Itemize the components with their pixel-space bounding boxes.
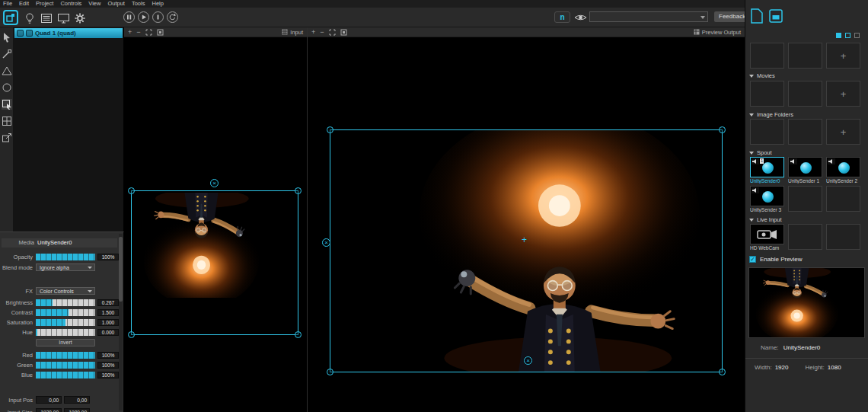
play-button[interactable] <box>138 11 149 23</box>
quad-handle-bottom-right[interactable] <box>295 331 302 338</box>
triangle-tool-icon[interactable] <box>2 65 12 76</box>
fx-dropdown[interactable]: Color Controls <box>36 287 95 295</box>
quad-close-handle-icon[interactable]: × <box>210 179 219 187</box>
add-movie-button[interactable]: + <box>826 81 860 107</box>
brightness-value[interactable]: 0.267 <box>97 299 119 306</box>
media-slot[interactable] <box>750 43 784 69</box>
layer-item-quad1[interactable]: Quad 1 (quad) <box>14 28 123 38</box>
spout-item-unitysender0[interactable]: 1 UnitySender0 <box>750 157 784 184</box>
layer-list-icon[interactable] <box>40 13 53 24</box>
media-slot[interactable] <box>750 81 784 107</box>
media-slot[interactable] <box>788 224 822 250</box>
quad-edge-handle-icon[interactable]: × <box>524 356 532 365</box>
section-live-input[interactable]: Live Input <box>745 216 868 223</box>
library-tab-icon[interactable] <box>769 9 783 26</box>
media-slot[interactable] <box>826 224 860 250</box>
saturation-slider[interactable] <box>36 319 95 326</box>
contrast-value[interactable]: 1.500 <box>97 309 119 316</box>
blue-slider[interactable] <box>36 372 95 378</box>
media-slot[interactable] <box>750 119 784 145</box>
section-spout[interactable]: Spout <box>745 149 868 156</box>
output-quad[interactable]: × × + <box>330 129 723 372</box>
gear-icon[interactable] <box>74 12 86 24</box>
media-slot[interactable] <box>788 119 822 145</box>
eye-icon[interactable] <box>574 13 587 22</box>
detail-view-toggle[interactable] <box>854 33 860 38</box>
quad-handle-top-right[interactable] <box>719 126 726 133</box>
pause-button[interactable] <box>123 11 135 23</box>
menu-file[interactable]: File <box>3 0 19 8</box>
layer-lock-icon[interactable] <box>26 30 33 37</box>
quad-handle-top-left[interactable] <box>327 126 333 133</box>
media-tab-icon[interactable] <box>751 8 763 27</box>
input-size-y-field[interactable]: 1080,00 <box>64 408 90 412</box>
ndi-button[interactable]: n <box>554 11 570 23</box>
enable-preview-checkbox[interactable]: ✓ <box>749 256 756 263</box>
zoom-in-button[interactable]: + <box>128 27 132 37</box>
zoom-out-button[interactable]: − <box>320 27 324 37</box>
output-canvas[interactable]: × × + <box>308 37 745 412</box>
layer-visibility-icon[interactable] <box>17 30 24 37</box>
pen-tool-icon[interactable] <box>2 49 12 59</box>
quad-center-crosshair-icon[interactable]: + <box>522 235 527 244</box>
quad-handle-bottom-left[interactable] <box>128 331 135 338</box>
saturation-value[interactable]: 1.000 <box>97 319 119 326</box>
add-image-folder-button[interactable]: + <box>826 119 860 145</box>
blue-value[interactable]: 100% <box>97 372 119 378</box>
properties-scrollbar[interactable] <box>119 234 123 410</box>
menu-project[interactable]: Project <box>36 0 60 8</box>
zoom-in-button[interactable]: + <box>311 27 315 37</box>
preset-dropdown[interactable] <box>589 11 708 22</box>
red-slider[interactable] <box>36 352 95 359</box>
scrollbar-thumb[interactable] <box>119 237 123 302</box>
brightness-slider[interactable] <box>36 299 95 306</box>
spout-item-unitysender1[interactable]: UnitySender 1 <box>788 157 822 184</box>
lamp-icon[interactable] <box>24 12 36 24</box>
green-value[interactable]: 100% <box>97 362 119 369</box>
zoom-out-button[interactable]: − <box>136 27 140 37</box>
menu-help[interactable]: Help <box>152 0 170 8</box>
contrast-slider[interactable] <box>36 309 95 316</box>
stop-button[interactable] <box>152 11 164 23</box>
export-tool-icon[interactable] <box>2 133 12 143</box>
red-value[interactable]: 100% <box>97 352 119 359</box>
media-slot[interactable] <box>826 186 860 212</box>
circle-tool-icon[interactable] <box>2 82 12 93</box>
quad-handle-top-right[interactable] <box>295 187 302 194</box>
menu-view[interactable]: View <box>88 0 107 8</box>
quad-handle-bottom-right[interactable] <box>719 369 726 375</box>
section-image-folders[interactable]: Image Folders <box>745 111 868 118</box>
mesh-tool-icon[interactable] <box>2 116 12 126</box>
spout-item-unitysender2[interactable]: UnitySender 2 <box>826 157 860 184</box>
quad-handle-top-left[interactable] <box>128 187 135 194</box>
input-canvas[interactable]: × <box>124 37 307 412</box>
quad-handle-bottom-left[interactable] <box>327 369 333 375</box>
list-view-toggle[interactable] <box>845 33 850 38</box>
quad-tool-icon[interactable] <box>2 99 12 110</box>
opacity-slider[interactable] <box>36 254 95 260</box>
input-selection-quad[interactable]: × <box>131 190 298 335</box>
live-input-webcam[interactable]: HD WebCam <box>750 224 784 251</box>
hue-value[interactable]: 0.000 <box>97 329 119 336</box>
menu-controls[interactable]: Controls <box>60 0 88 8</box>
hue-slider[interactable] <box>36 329 95 336</box>
input-pos-y-field[interactable]: 0,00 <box>64 396 90 404</box>
add-media-button[interactable]: + <box>826 43 860 69</box>
menu-tools[interactable]: Tools <box>132 0 152 8</box>
input-pos-x-field[interactable]: 0,00 <box>36 396 62 404</box>
green-slider[interactable] <box>36 362 95 369</box>
quad-edge-handle-icon[interactable]: × <box>322 238 330 247</box>
menu-edit[interactable]: Edit <box>19 0 36 8</box>
display-icon[interactable] <box>57 13 69 24</box>
loop-button[interactable] <box>167 11 178 23</box>
select-tool-icon[interactable] <box>2 32 12 43</box>
grid-view-toggle[interactable] <box>836 33 841 38</box>
opacity-value[interactable]: 100% <box>97 254 119 260</box>
input-size-x-field[interactable]: 1920,00 <box>36 408 62 412</box>
menu-output[interactable]: Output <box>107 0 132 8</box>
section-movies[interactable]: Movies <box>745 72 868 79</box>
media-slot[interactable] <box>788 186 822 212</box>
media-slot[interactable] <box>788 81 822 107</box>
media-slot[interactable] <box>788 43 822 69</box>
blend-mode-dropdown[interactable]: Ignore alpha <box>36 263 95 271</box>
